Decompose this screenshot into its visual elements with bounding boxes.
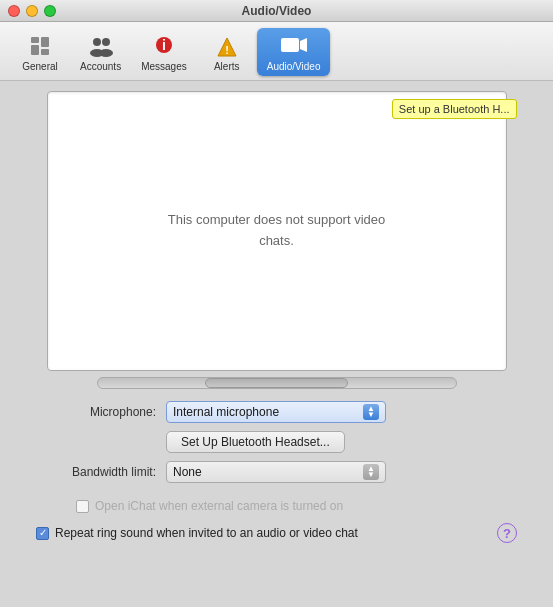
svg-point-5 — [102, 38, 110, 46]
audiovideo-icon — [280, 32, 308, 60]
bandwidth-row: Bandwidth limit: None ▲ ▼ — [36, 461, 517, 483]
svg-point-4 — [93, 38, 101, 46]
tab-general[interactable]: General — [10, 28, 70, 76]
bandwidth-label: Bandwidth limit: — [36, 465, 166, 479]
tab-alerts[interactable]: ! Alerts — [197, 28, 257, 76]
bluetooth-button-row: Set Up Bluetooth Headset... — [36, 431, 517, 453]
microphone-select-wrapper: Internal microphone ▲ ▼ — [166, 401, 517, 423]
video-unsupported-text: This computer does not support video cha… — [168, 210, 386, 252]
scrollbar-thumb[interactable] — [205, 378, 348, 388]
messages-icon: i — [150, 32, 178, 60]
accounts-icon — [87, 32, 115, 60]
tab-alerts-label: Alerts — [214, 61, 240, 72]
microphone-select[interactable]: Internal microphone ▲ ▼ — [166, 401, 386, 423]
window-title: Audio/Video — [242, 4, 312, 18]
toolbar: General Accounts i Messages ! — [0, 22, 553, 81]
video-preview: This computer does not support video cha… — [47, 91, 507, 371]
svg-text:!: ! — [225, 44, 229, 56]
bluetooth-tooltip: Set up a Bluetooth H... — [392, 99, 517, 119]
tab-messages[interactable]: i Messages — [131, 28, 197, 76]
help-button[interactable]: ? — [497, 523, 517, 543]
svg-rect-2 — [41, 37, 49, 47]
svg-text:i: i — [162, 37, 166, 53]
microphone-row: Microphone: Internal microphone ▲ ▼ — [36, 401, 517, 423]
general-icon — [26, 32, 54, 60]
minimize-button[interactable] — [26, 5, 38, 17]
bandwidth-select[interactable]: None ▲ ▼ — [166, 461, 386, 483]
svg-marker-13 — [300, 38, 307, 52]
microphone-label: Microphone: — [36, 405, 166, 419]
bandwidth-value: None — [173, 465, 202, 479]
ring-checkbox-label: Repeat ring sound when invited to an aud… — [55, 526, 358, 540]
tab-messages-label: Messages — [141, 61, 187, 72]
ring-checkbox[interactable] — [36, 527, 49, 540]
microphone-value: Internal microphone — [173, 405, 279, 419]
svg-rect-0 — [31, 37, 39, 43]
tab-audiovideo[interactable]: Audio/Video — [257, 28, 331, 76]
tab-accounts-label: Accounts — [80, 61, 121, 72]
ring-row: Repeat ring sound when invited to an aud… — [16, 519, 537, 547]
form-section: Microphone: Internal microphone ▲ ▼ Set … — [16, 395, 537, 497]
svg-rect-1 — [31, 45, 39, 55]
tab-general-label: General — [22, 61, 58, 72]
titlebar: Audio/Video — [0, 0, 553, 22]
bandwidth-arrow-icon: ▲ ▼ — [363, 464, 379, 480]
window-controls — [8, 5, 56, 17]
camera-checkbox-row: Open iChat when external camera is turne… — [16, 497, 537, 515]
setup-bluetooth-button[interactable]: Set Up Bluetooth Headset... — [166, 431, 345, 453]
scrollbar-track[interactable] — [97, 377, 457, 389]
scrollbar-area[interactable] — [47, 377, 507, 389]
close-button[interactable] — [8, 5, 20, 17]
svg-rect-3 — [41, 49, 49, 55]
svg-point-7 — [99, 49, 113, 57]
tab-audiovideo-label: Audio/Video — [267, 61, 321, 72]
maximize-button[interactable] — [44, 5, 56, 17]
camera-checkbox[interactable] — [76, 500, 89, 513]
microphone-arrow-icon: ▲ ▼ — [363, 404, 379, 420]
tab-accounts[interactable]: Accounts — [70, 28, 131, 76]
camera-checkbox-label: Open iChat when external camera is turne… — [95, 499, 343, 513]
main-content: This computer does not support video cha… — [0, 81, 553, 557]
alerts-icon: ! — [213, 32, 241, 60]
svg-rect-12 — [281, 38, 299, 52]
